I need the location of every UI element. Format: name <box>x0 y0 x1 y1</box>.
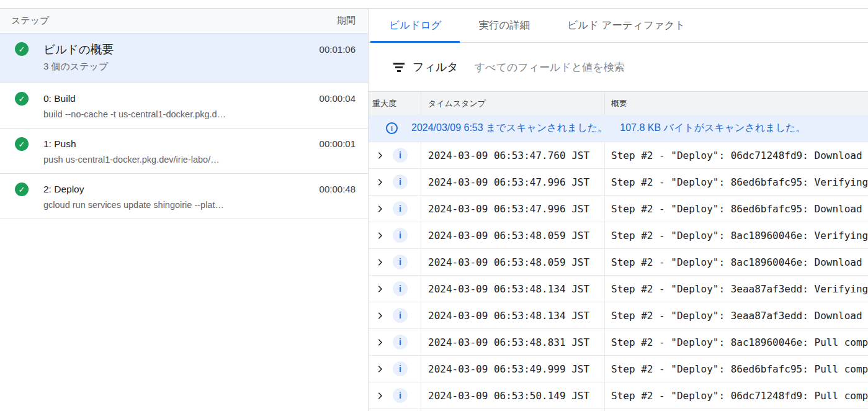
filter-search-input[interactable]: すべてのフィールドと値を検索 <box>475 60 625 75</box>
log-message: Step #2 - "Deploy": 8ac18960046e: Pull c… <box>604 329 868 355</box>
log-timestamp: 2024-03-09 06:53:47.996 JST <box>421 196 604 222</box>
log-timestamp: 2024-03-09 06:53:48.831 JST <box>421 329 604 355</box>
log-row[interactable]: i 2024-03-09 06:53:50.149 JST Step #2 - … <box>369 382 868 409</box>
log-row[interactable]: i 2024-03-09 06:53:47.760 JST Step #2 - … <box>369 142 868 168</box>
expand-chevron-icon[interactable] <box>375 338 385 347</box>
cloud-build-details-page: ステップ 期間 ✓ ビルドの概要 3 個のステップ 00:01:06 ✓ 0: … <box>0 0 868 411</box>
tab-label: ビルド アーティファクト <box>567 19 685 32</box>
step-title: 1: Push <box>43 137 312 151</box>
log-row-partial <box>369 409 868 411</box>
step-row-1-push[interactable]: ✓ 1: Push push us-central1-docker.pkg.de… <box>0 129 368 174</box>
info-severity-icon: i <box>393 174 408 189</box>
log-message: Step #2 - "Deploy": 3eaa87af3edd: Verify… <box>604 276 868 302</box>
tab-label: 実行の詳細 <box>478 19 530 32</box>
log-row[interactable]: i 2024-03-09 06:53:48.134 JST Step #2 - … <box>369 302 868 328</box>
info-severity-icon: i <box>393 228 408 243</box>
step-duration: 00:01:06 <box>320 42 356 58</box>
log-timestamp: 2024-03-09 06:53:49.999 JST <box>421 356 604 382</box>
steps-column-label: ステップ <box>11 15 49 27</box>
log-timestamp: 2024-03-09 06:53:50.149 JST <box>421 382 604 409</box>
scan-size-text: 107.8 KB バイトがスキャンされました。 <box>620 122 805 133</box>
duration-column-label: 期間 <box>337 15 356 27</box>
success-check-icon: ✓ <box>15 137 29 151</box>
step-row-main: ビルドの概要 3 個のステップ <box>43 42 312 75</box>
log-row[interactable]: i 2024-03-09 06:53:47.996 JST Step #2 - … <box>369 168 868 195</box>
log-row[interactable]: i 2024-03-09 06:53:49.999 JST Step #2 - … <box>369 355 868 382</box>
step-duration: 00:00:48 <box>320 182 356 196</box>
success-check-icon: ✓ <box>15 92 29 106</box>
log-timestamp: 2024-03-09 06:53:48.134 JST <box>421 276 604 302</box>
step-duration: 00:00:01 <box>320 137 356 151</box>
log-message: Step #2 - "Deploy": 86ed6bfafc95: Downlo… <box>604 196 868 222</box>
content: ステップ 期間 ✓ ビルドの概要 3 個のステップ 00:01:06 ✓ 0: … <box>0 8 868 411</box>
expand-chevron-icon[interactable] <box>375 391 385 400</box>
log-message: Step #2 - "Deploy": 3eaa87af3edd: Downlo… <box>604 302 868 328</box>
column-header-summary: 概要 <box>604 92 868 115</box>
info-severity-icon: i <box>393 255 408 269</box>
info-severity-icon: i <box>393 201 408 216</box>
column-header-severity: 重大度 <box>369 92 421 115</box>
step-row-0-build[interactable]: ✓ 0: Build build --no-cache -t us-centra… <box>0 83 368 129</box>
tab-build-log[interactable]: ビルドログ <box>370 9 460 42</box>
scan-status-text: 2024/03/09 6:53 までスキャンされました。107.8 KB バイト… <box>411 122 805 135</box>
log-table-header: 重大度 タイムスタンプ 概要 <box>369 91 868 115</box>
log-rows: i 2024-03-09 06:53:47.760 JST Step #2 - … <box>369 142 868 411</box>
log-timestamp: 2024-03-09 06:53:48.059 JST <box>421 249 604 275</box>
step-subtitle: gcloud run services update shingoirie --… <box>43 196 312 214</box>
log-timestamp: 2024-03-09 06:53:48.059 JST <box>421 222 604 248</box>
step-row-build-summary[interactable]: ✓ ビルドの概要 3 個のステップ 00:01:06 <box>0 34 368 83</box>
step-row-main: 0: Build build --no-cache -t us-central1… <box>43 91 312 124</box>
info-severity-icon: i <box>393 335 408 350</box>
tab-build-artifacts[interactable]: ビルド アーティファクト <box>548 9 704 42</box>
step-row-main: 2: Deploy gcloud run services update shi… <box>43 182 312 214</box>
info-severity-icon: i <box>393 361 408 376</box>
info-outline-icon: i <box>386 122 398 134</box>
log-row[interactable]: i 2024-03-09 06:53:48.059 JST Step #2 - … <box>369 248 868 275</box>
log-timestamp: 2024-03-09 06:53:47.996 JST <box>421 169 604 195</box>
log-row[interactable]: i 2024-03-09 06:53:47.996 JST Step #2 - … <box>369 195 868 222</box>
step-title: ビルドの概要 <box>43 42 312 58</box>
log-message: Step #2 - "Deploy": 86ed6bfafc95: Verify… <box>604 169 868 195</box>
expand-chevron-icon[interactable] <box>375 151 385 160</box>
expand-chevron-icon[interactable] <box>375 204 385 214</box>
log-message: Step #2 - "Deploy": 86ed6bfafc95: Pull c… <box>604 356 868 382</box>
expand-chevron-icon[interactable] <box>375 364 385 374</box>
log-message: Step #2 - "Deploy": 06dc71248fd9: Downlo… <box>604 142 868 168</box>
step-subtitle: 3 個のステップ <box>43 58 312 75</box>
expand-chevron-icon[interactable] <box>375 258 385 267</box>
column-header-timestamp: タイムスタンプ <box>421 92 604 115</box>
expand-chevron-icon[interactable] <box>375 178 385 187</box>
log-filter-bar: フィルタ すべてのフィールドと値を検索 <box>369 43 868 91</box>
filter-icon <box>393 63 405 72</box>
steps-panel-header: ステップ 期間 <box>0 9 368 34</box>
log-message: Step #2 - "Deploy": 8ac18960046e: Verify… <box>604 222 868 248</box>
filter-label[interactable]: フィルタ <box>413 60 459 75</box>
log-message: Step #2 - "Deploy": 06dc71248fd9: Pull c… <box>604 382 868 409</box>
expand-chevron-icon[interactable] <box>375 231 385 240</box>
expand-chevron-icon[interactable] <box>375 311 385 320</box>
log-timestamp: 2024-03-09 06:53:47.760 JST <box>421 142 604 168</box>
log-row[interactable]: i 2024-03-09 06:53:48.134 JST Step #2 - … <box>369 275 868 302</box>
step-subtitle: push us-central1-docker.pkg.dev/irie-lab… <box>43 151 312 169</box>
info-severity-icon: i <box>393 388 408 403</box>
build-log-panel: ビルドログ 実行の詳細 ビルド アーティファクト フィルタ すべてのフィールドと… <box>369 9 868 411</box>
build-steps-panel: ステップ 期間 ✓ ビルドの概要 3 個のステップ 00:01:06 ✓ 0: … <box>0 9 369 411</box>
expand-chevron-icon[interactable] <box>375 284 385 294</box>
top-gap <box>0 0 868 8</box>
tab-bar: ビルドログ 実行の詳細 ビルド アーティファクト <box>369 9 868 43</box>
success-check-icon: ✓ <box>15 183 29 196</box>
log-timestamp: 2024-03-09 06:53:48.134 JST <box>421 302 604 328</box>
log-row[interactable]: i 2024-03-09 06:53:48.059 JST Step #2 - … <box>369 222 868 248</box>
tab-label: ビルドログ <box>389 19 441 32</box>
info-severity-icon: i <box>393 148 408 163</box>
info-severity-icon: i <box>393 308 408 323</box>
step-title: 2: Deploy <box>43 182 312 196</box>
scan-time-text: 2024/03/09 6:53 までスキャンされました。 <box>411 122 607 133</box>
scan-status-banner: i 2024/03/09 6:53 までスキャンされました。107.8 KB バ… <box>369 115 868 142</box>
log-row[interactable]: i 2024-03-09 06:53:48.831 JST Step #2 - … <box>369 328 868 355</box>
step-row-2-deploy[interactable]: ✓ 2: Deploy gcloud run services update s… <box>0 174 368 219</box>
tab-execution-details[interactable]: 実行の詳細 <box>460 9 548 42</box>
step-subtitle: build --no-cache -t us-central1-docker.p… <box>43 106 312 124</box>
success-check-icon: ✓ <box>15 42 29 56</box>
log-message: Step #2 - "Deploy": 8ac18960046e: Downlo… <box>604 249 868 275</box>
